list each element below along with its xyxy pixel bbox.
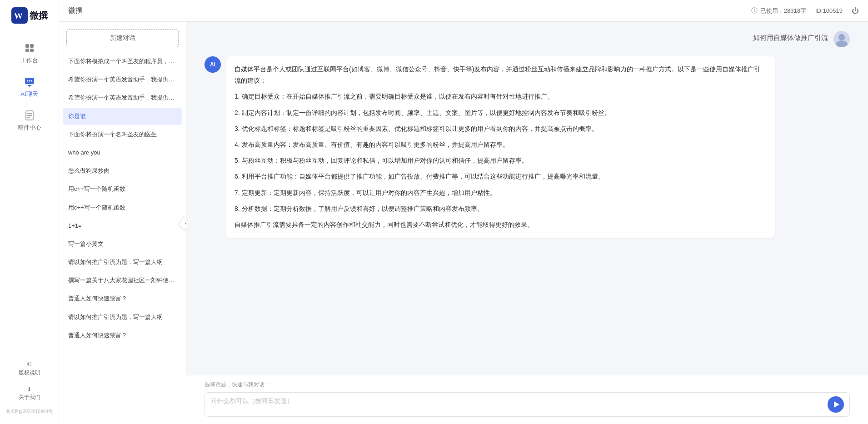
logo-icon: W (11, 7, 28, 24)
usage-icon: Ⓣ (751, 7, 758, 15)
ai-paragraph: 自媒体推广引流需要具备一定的内容创作和社交能力，同时也需要不断尝试和优化，才能取… (234, 219, 767, 230)
svg-point-8 (29, 80, 30, 82)
chat-messages: 如何用自媒体做推广引流 AI 自媒体平台是个人或团队通过互联网平台(如博客、微 (186, 22, 868, 375)
user-avatar (833, 31, 850, 47)
workbench-label: 工作台 (20, 56, 38, 65)
new-chat-button[interactable]: 新建对话 (66, 29, 179, 47)
svg-rect-5 (30, 49, 34, 52)
history-item[interactable]: 普通人如何快速致富？ (63, 290, 182, 307)
svg-point-7 (27, 80, 28, 82)
sidebar-item-copyright[interactable]: © 版权说明 (0, 358, 59, 380)
sidebar-item-ai-chat[interactable]: AI聊天 (5, 71, 54, 103)
input-area: 选择话题，快速与我对话： (186, 375, 868, 424)
sidebar-nav: 工作台 AI聊天 (0, 37, 59, 358)
history-item[interactable]: 希望你扮演一个英语发音助手，我提供给你... (63, 89, 182, 106)
svg-point-15 (836, 40, 848, 47)
chat-history-sidebar: 新建对话 下面你将模拟成一个叫圣友的程序员，我说...希望你扮演一个英语发音助手… (59, 22, 186, 424)
ai-paragraph: 8. 分析数据：定期分析数据，了解用户反馈和喜好，以便调整推广策略和内容发布频率… (234, 203, 767, 214)
history-item[interactable]: 希望你扮演一个英语发音助手，我提供给你... (63, 71, 182, 88)
workbench-icon (23, 42, 36, 55)
ai-chat-label: AI聊天 (20, 90, 38, 98)
history-item[interactable]: 写一篇小黄文 (63, 235, 182, 253)
topbar-title: 微撰 (68, 6, 751, 15)
user-message-bubble: 如何用自媒体做推广引流 (753, 31, 828, 47)
logo-text: 微撰 (30, 10, 48, 22)
ai-paragraph: 7. 定期更新：定期更新内容，保持活跃度，可以让用户对你的内容产生兴趣，增加用户… (234, 187, 767, 199)
svg-point-14 (838, 34, 845, 40)
send-icon (834, 401, 839, 408)
history-item[interactable]: 请以如何推广引流为题，写一篇大纲 (63, 309, 182, 326)
svg-rect-2 (25, 44, 29, 48)
input-box (205, 392, 850, 417)
ai-paragraph: 1. 确定目标受众：在开始自媒体推广引流之前，需要明确目标受众是谁，以便在发布内… (234, 91, 767, 102)
topbar: 微撰 Ⓣ 已使用：28318字 ID:100519 ⏻ (59, 0, 868, 22)
about-label: 关于我们 (19, 394, 40, 401)
history-item[interactable]: 请以如何推广引流为题，写一篇大纲 (63, 254, 182, 271)
ai-chat-icon (23, 75, 36, 88)
draft-icon (23, 109, 36, 122)
topbar-usage: Ⓣ 已使用：28318字 (751, 7, 806, 15)
copyright-label: 版权说明 (19, 369, 40, 377)
history-item[interactable]: 下面你将模拟成一个叫圣友的程序员，我说... (63, 53, 182, 70)
sidebar-item-about[interactable]: ℹ 关于我们 (0, 382, 59, 405)
sidebar-item-draft[interactable]: 稿件中心 (5, 105, 54, 136)
history-item[interactable]: 下面你将扮演一个名叫圣友的医生 (63, 126, 182, 143)
user-message-row: 如何用自媒体做推广引流 (205, 31, 850, 47)
send-button[interactable] (828, 396, 844, 413)
about-icon: ℹ (28, 386, 30, 392)
ai-paragraph: 2. 制定内容计划：制定一份详细的内容计划，包括发布时间、频率、主题、文案、图片… (234, 107, 767, 119)
main-container: 微撰 Ⓣ 已使用：28318字 ID:100519 ⏻ 新建对话 下面你将模拟成… (59, 0, 868, 424)
chat-main: 如何用自媒体做推广引流 AI 自媒体平台是个人或团队通过互联网平台(如博客、微 (186, 22, 868, 424)
svg-rect-3 (30, 44, 34, 48)
sidebar-bottom: © 版权说明 ℹ 关于我们 粤ICP备2022015948号 (0, 358, 59, 419)
history-item[interactable]: 撰写一篇关于八大家花园社区一刻钟便民生... (63, 272, 182, 289)
sidebar: W 微撰 工作台 (0, 0, 59, 424)
sidebar-item-workbench[interactable]: 工作台 (5, 37, 54, 69)
logout-button[interactable]: ⏻ (852, 7, 859, 15)
history-item[interactable]: 1+1= (63, 217, 182, 234)
ai-paragraph: 自媒体平台是个人或团队通过互联网平台(如博客、微博、微信公众号、抖音、快手等)发… (234, 64, 767, 86)
quick-topic-label: 选择话题，快速与我对话： (205, 381, 850, 389)
ai-avatar: AI (205, 56, 221, 73)
usage-label: 已使用：28318字 (760, 7, 806, 15)
ai-message-row: AI 自媒体平台是个人或团队通过互联网平台(如博客、微博、微信公众号、抖音、快手… (205, 56, 850, 238)
svg-rect-4 (25, 49, 29, 52)
svg-text:W: W (14, 10, 23, 20)
ai-paragraph: 3. 优化标题和标签：标题和标签是吸引粉丝的重要因素。优化标题和标签可以让更多的… (234, 123, 767, 135)
copyright-icon: © (27, 361, 31, 368)
history-item[interactable]: 怎么做狗屎炒肉 (63, 162, 182, 180)
chat-input[interactable] (210, 396, 824, 413)
topbar-id: ID:100519 (815, 7, 843, 14)
history-item[interactable]: 你是谁 (63, 108, 182, 125)
history-item[interactable]: who are you (63, 144, 182, 161)
logo: W 微撰 (11, 7, 48, 24)
user-message-text: 如何用自媒体做推广引流 (753, 31, 828, 45)
ai-paragraph: 6. 利用平台推广功能：自媒体平台都提供了推广功能，如广告投放、付费推广等，可以… (234, 171, 767, 182)
history-item[interactable]: 用c++写一个随机函数 (63, 199, 182, 216)
history-list: 下面你将模拟成一个叫圣友的程序员，我说...希望你扮演一个英语发音助手，我提供给… (59, 53, 186, 424)
ai-paragraph: 4. 发布高质量内容：发布高质量、有价值、有趣的内容可以吸引更多的粉丝，并提高用… (234, 139, 767, 150)
draft-label: 稿件中心 (18, 124, 41, 132)
svg-point-9 (30, 80, 32, 82)
history-item[interactable]: 用c++写一个随机函数 (63, 180, 182, 198)
history-item[interactable]: 普通人如何快速致富？ (63, 327, 182, 344)
ai-message-content: 自媒体平台是个人或团队通过互联网平台(如博客、微博、微信公众号、抖音、快手等)发… (226, 56, 775, 238)
content-area: 新建对话 下面你将模拟成一个叫圣友的程序员，我说...希望你扮演一个英语发音助手… (59, 22, 868, 424)
topbar-right: Ⓣ 已使用：28318字 ID:100519 ⏻ (751, 7, 859, 15)
ai-paragraph: 5. 与粉丝互动：积极与粉丝互动，回复评论和私信，可以增加用户对你的认可和信任，… (234, 155, 767, 166)
icp-text: 粤ICP备2022015948号 (0, 407, 59, 415)
